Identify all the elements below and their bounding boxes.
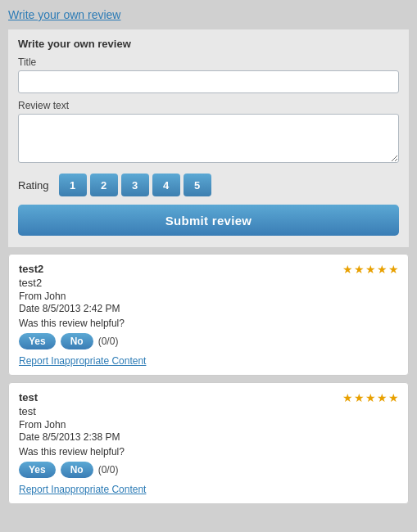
form-heading: Write your own review [18, 38, 399, 50]
report-link[interactable]: Report Inappropriate Content [19, 484, 146, 495]
rating-row: Rating 1 2 3 4 5 [18, 174, 399, 196]
yes-button[interactable]: Yes [19, 333, 56, 349]
review-title: test [19, 391, 398, 404]
helpful-row: Yes No (0/0) [19, 462, 398, 478]
rating-btn-5[interactable]: 5 [184, 174, 211, 196]
review-from: From John [19, 291, 398, 302]
no-button[interactable]: No [61, 333, 93, 349]
rating-btn-4[interactable]: 4 [152, 174, 180, 196]
review-card: test2 ★★★★★ test2 From John Date 8/5/201… [8, 254, 409, 376]
review-stars: ★★★★★ [342, 263, 400, 276]
title-label: Title [18, 56, 399, 68]
rating-btn-3[interactable]: 3 [121, 174, 149, 196]
review-date: Date 8/5/2013 2:42 PM [19, 303, 398, 314]
review-text-label: Review text [18, 100, 399, 111]
write-review-link[interactable]: Write your own review [8, 8, 409, 21]
vote-count: (0/0) [98, 464, 119, 476]
rating-btn-2[interactable]: 2 [90, 174, 118, 196]
review-text: test2 [19, 277, 398, 289]
review-stars: ★★★★★ [342, 391, 400, 404]
helpful-row: Yes No (0/0) [19, 333, 398, 349]
rating-buttons: 1 2 3 4 5 [59, 174, 211, 196]
helpful-label: Was this review helpful? [19, 446, 398, 458]
review-date: Date 8/5/2013 2:38 PM [19, 431, 398, 443]
vote-count: (0/0) [98, 336, 119, 347]
rating-btn-1[interactable]: 1 [59, 174, 87, 196]
yes-button[interactable]: Yes [19, 462, 56, 478]
helpful-label: Was this review helpful? [19, 318, 398, 329]
rating-label: Rating [18, 179, 49, 192]
review-card: test ★★★★★ test From John Date 8/5/2013 … [8, 382, 409, 504]
reviews-list: test2 ★★★★★ test2 From John Date 8/5/201… [8, 254, 409, 504]
review-form: Write your own review Title Review text … [8, 29, 409, 247]
review-from: From John [19, 419, 398, 431]
report-link[interactable]: Report Inappropriate Content [19, 355, 146, 367]
no-button[interactable]: No [61, 462, 93, 478]
review-title: test2 [19, 263, 398, 275]
review-text: test [19, 405, 398, 417]
review-textarea[interactable] [18, 114, 399, 163]
submit-review-button[interactable]: Submit review [18, 205, 399, 236]
title-input[interactable] [18, 70, 399, 93]
